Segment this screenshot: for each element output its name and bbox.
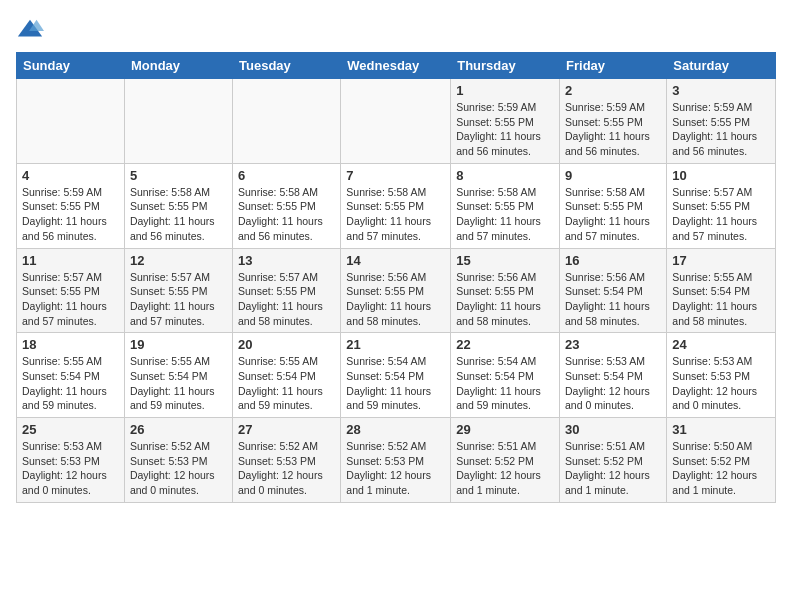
day-number: 12	[130, 253, 227, 268]
cell-info: Sunset: 5:55 PM	[238, 284, 335, 299]
cell-info: Sunset: 5:54 PM	[456, 369, 554, 384]
calendar-cell: 20Sunrise: 5:55 AMSunset: 5:54 PMDayligh…	[233, 333, 341, 418]
cell-info: Sunrise: 5:53 AM	[22, 439, 119, 454]
calendar-cell: 12Sunrise: 5:57 AMSunset: 5:55 PMDayligh…	[124, 248, 232, 333]
calendar-cell: 24Sunrise: 5:53 AMSunset: 5:53 PMDayligh…	[667, 333, 776, 418]
cell-info: Sunset: 5:54 PM	[238, 369, 335, 384]
cell-info: Daylight: 11 hours and 59 minutes.	[22, 384, 119, 413]
cell-info: Daylight: 11 hours and 58 minutes.	[565, 299, 661, 328]
calendar-cell: 1Sunrise: 5:59 AMSunset: 5:55 PMDaylight…	[451, 79, 560, 164]
cell-info: Daylight: 12 hours and 1 minute.	[346, 468, 445, 497]
cell-info: Sunrise: 5:54 AM	[456, 354, 554, 369]
cell-info: Sunset: 5:55 PM	[565, 115, 661, 130]
week-row-3: 11Sunrise: 5:57 AMSunset: 5:55 PMDayligh…	[17, 248, 776, 333]
cell-info: Sunrise: 5:52 AM	[130, 439, 227, 454]
col-header-wednesday: Wednesday	[341, 53, 451, 79]
cell-info: Sunset: 5:53 PM	[22, 454, 119, 469]
day-number: 22	[456, 337, 554, 352]
cell-info: Daylight: 11 hours and 58 minutes.	[456, 299, 554, 328]
calendar-cell: 2Sunrise: 5:59 AMSunset: 5:55 PMDaylight…	[560, 79, 667, 164]
cell-info: Daylight: 11 hours and 57 minutes.	[565, 214, 661, 243]
cell-info: Sunset: 5:52 PM	[565, 454, 661, 469]
cell-info: Sunset: 5:54 PM	[346, 369, 445, 384]
cell-info: Daylight: 11 hours and 57 minutes.	[456, 214, 554, 243]
calendar-cell: 29Sunrise: 5:51 AMSunset: 5:52 PMDayligh…	[451, 418, 560, 503]
calendar-cell: 19Sunrise: 5:55 AMSunset: 5:54 PMDayligh…	[124, 333, 232, 418]
cell-info: Daylight: 12 hours and 1 minute.	[565, 468, 661, 497]
cell-info: Sunset: 5:55 PM	[22, 199, 119, 214]
calendar-cell: 18Sunrise: 5:55 AMSunset: 5:54 PMDayligh…	[17, 333, 125, 418]
cell-info: Sunset: 5:55 PM	[238, 199, 335, 214]
cell-info: Sunset: 5:52 PM	[672, 454, 770, 469]
calendar-cell: 15Sunrise: 5:56 AMSunset: 5:55 PMDayligh…	[451, 248, 560, 333]
cell-info: Sunrise: 5:59 AM	[565, 100, 661, 115]
calendar-cell	[124, 79, 232, 164]
calendar-cell: 11Sunrise: 5:57 AMSunset: 5:55 PMDayligh…	[17, 248, 125, 333]
day-number: 9	[565, 168, 661, 183]
cell-info: Sunrise: 5:56 AM	[346, 270, 445, 285]
cell-info: Sunset: 5:52 PM	[456, 454, 554, 469]
cell-info: Daylight: 11 hours and 57 minutes.	[22, 299, 119, 328]
cell-info: Sunrise: 5:51 AM	[565, 439, 661, 454]
cell-info: Daylight: 11 hours and 59 minutes.	[346, 384, 445, 413]
cell-info: Sunset: 5:55 PM	[130, 199, 227, 214]
calendar-cell: 10Sunrise: 5:57 AMSunset: 5:55 PMDayligh…	[667, 163, 776, 248]
cell-info: Daylight: 11 hours and 56 minutes.	[238, 214, 335, 243]
cell-info: Sunset: 5:54 PM	[565, 284, 661, 299]
cell-info: Sunset: 5:55 PM	[672, 199, 770, 214]
cell-info: Sunrise: 5:58 AM	[238, 185, 335, 200]
cell-info: Sunrise: 5:54 AM	[346, 354, 445, 369]
calendar-cell: 28Sunrise: 5:52 AMSunset: 5:53 PMDayligh…	[341, 418, 451, 503]
day-number: 7	[346, 168, 445, 183]
day-number: 27	[238, 422, 335, 437]
calendar-cell: 22Sunrise: 5:54 AMSunset: 5:54 PMDayligh…	[451, 333, 560, 418]
cell-info: Sunset: 5:54 PM	[672, 284, 770, 299]
cell-info: Sunrise: 5:59 AM	[672, 100, 770, 115]
week-row-2: 4Sunrise: 5:59 AMSunset: 5:55 PMDaylight…	[17, 163, 776, 248]
header	[16, 16, 776, 44]
cell-info: Sunrise: 5:55 AM	[130, 354, 227, 369]
cell-info: Daylight: 12 hours and 1 minute.	[672, 468, 770, 497]
day-number: 18	[22, 337, 119, 352]
cell-info: Daylight: 11 hours and 56 minutes.	[456, 129, 554, 158]
day-number: 8	[456, 168, 554, 183]
calendar-cell: 31Sunrise: 5:50 AMSunset: 5:52 PMDayligh…	[667, 418, 776, 503]
day-number: 23	[565, 337, 661, 352]
calendar-cell	[17, 79, 125, 164]
day-number: 1	[456, 83, 554, 98]
day-number: 25	[22, 422, 119, 437]
day-number: 24	[672, 337, 770, 352]
cell-info: Daylight: 11 hours and 59 minutes.	[238, 384, 335, 413]
cell-info: Sunset: 5:55 PM	[346, 284, 445, 299]
day-number: 31	[672, 422, 770, 437]
cell-info: Sunrise: 5:58 AM	[565, 185, 661, 200]
calendar-table: SundayMondayTuesdayWednesdayThursdayFrid…	[16, 52, 776, 503]
cell-info: Sunset: 5:55 PM	[456, 115, 554, 130]
day-number: 20	[238, 337, 335, 352]
day-number: 10	[672, 168, 770, 183]
cell-info: Daylight: 12 hours and 1 minute.	[456, 468, 554, 497]
day-number: 6	[238, 168, 335, 183]
week-row-5: 25Sunrise: 5:53 AMSunset: 5:53 PMDayligh…	[17, 418, 776, 503]
week-row-4: 18Sunrise: 5:55 AMSunset: 5:54 PMDayligh…	[17, 333, 776, 418]
cell-info: Daylight: 11 hours and 56 minutes.	[565, 129, 661, 158]
cell-info: Sunrise: 5:53 AM	[672, 354, 770, 369]
calendar-cell	[233, 79, 341, 164]
cell-info: Daylight: 12 hours and 0 minutes.	[238, 468, 335, 497]
cell-info: Daylight: 12 hours and 0 minutes.	[22, 468, 119, 497]
cell-info: Sunset: 5:53 PM	[238, 454, 335, 469]
cell-info: Sunset: 5:54 PM	[130, 369, 227, 384]
cell-info: Sunrise: 5:57 AM	[22, 270, 119, 285]
cell-info: Sunset: 5:53 PM	[130, 454, 227, 469]
logo-icon	[16, 16, 44, 44]
cell-info: Sunset: 5:55 PM	[346, 199, 445, 214]
day-number: 4	[22, 168, 119, 183]
cell-info: Sunrise: 5:56 AM	[456, 270, 554, 285]
cell-info: Sunset: 5:54 PM	[22, 369, 119, 384]
cell-info: Sunrise: 5:55 AM	[238, 354, 335, 369]
cell-info: Sunset: 5:55 PM	[130, 284, 227, 299]
cell-info: Sunrise: 5:59 AM	[22, 185, 119, 200]
cell-info: Sunrise: 5:53 AM	[565, 354, 661, 369]
calendar-cell: 4Sunrise: 5:59 AMSunset: 5:55 PMDaylight…	[17, 163, 125, 248]
calendar-cell: 8Sunrise: 5:58 AMSunset: 5:55 PMDaylight…	[451, 163, 560, 248]
